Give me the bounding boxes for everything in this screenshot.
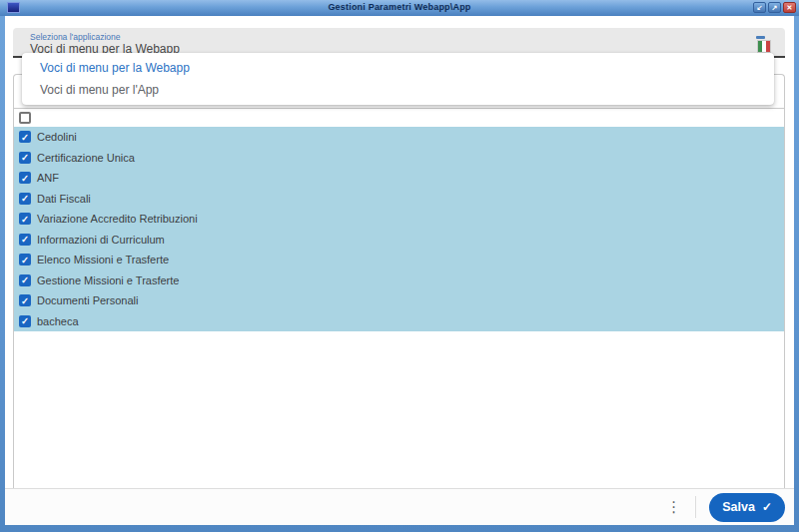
menu-item-checkbox[interactable] bbox=[19, 172, 31, 184]
menu-item-checkbox[interactable] bbox=[19, 193, 31, 205]
titlebar[interactable]: Gestioni Parametri Webapp\App ↙ ↗ ✕ bbox=[0, 0, 799, 16]
menu-item-checkbox[interactable] bbox=[19, 315, 31, 327]
select-all-checkbox[interactable] bbox=[19, 112, 31, 124]
menu-item-label: Gestione Missioni e Trasferte bbox=[37, 274, 179, 286]
select-all-row bbox=[14, 109, 784, 127]
menu-item-label: Variazione Accredito Retribuzioni bbox=[37, 213, 198, 225]
flag-stripes bbox=[758, 41, 770, 52]
menu-item-label: Documenti Personali bbox=[37, 294, 139, 306]
menu-item-checkbox[interactable] bbox=[19, 254, 31, 266]
menu-item-row[interactable]: Dati Fiscali bbox=[14, 189, 784, 210]
menu-item-checkbox[interactable] bbox=[19, 294, 31, 306]
menu-item-label: ANF bbox=[37, 172, 59, 184]
menu-item-row[interactable]: Variazione Accredito Retribuzioni bbox=[14, 209, 784, 230]
footer-divider bbox=[695, 496, 696, 518]
close-button[interactable]: ✕ bbox=[783, 2, 796, 13]
menu-item-row[interactable]: Elenco Missioni e Trasferte bbox=[14, 250, 784, 270]
menu-items-panel: Cedolini Certificazione Unica ANF bbox=[13, 74, 785, 488]
menu-item-label: Certificazione Unica bbox=[37, 152, 135, 164]
app-window: Gestioni Parametri Webapp\App ↙ ↗ ✕ Sele… bbox=[0, 0, 799, 532]
menu-item-row[interactable]: ANF bbox=[14, 168, 784, 189]
menu-items-table: Cedolini Certificazione Unica ANF bbox=[14, 108, 784, 331]
menu-item-row[interactable]: Documenti Personali bbox=[14, 290, 784, 311]
restore-button[interactable]: ↙ bbox=[753, 2, 766, 13]
menu-item-list: Cedolini Certificazione Unica ANF bbox=[14, 127, 784, 331]
menu-item-row[interactable]: Cedolini bbox=[14, 127, 784, 148]
menu-item-label: Cedolini bbox=[37, 131, 77, 143]
flag-pole bbox=[756, 36, 765, 39]
save-button[interactable]: Salva ✓ bbox=[709, 493, 785, 522]
menu-item-label: Elenco Missioni e Trasferte bbox=[37, 254, 169, 266]
menu-item-label: Dati Fiscali bbox=[37, 193, 91, 205]
save-button-label: Salva bbox=[722, 500, 755, 514]
menu-item-checkbox[interactable] bbox=[19, 131, 31, 143]
application-select-dropdown: Voci di menu per la Webapp Voci di menu … bbox=[22, 53, 774, 105]
menu-item-row[interactable]: Certificazione Unica bbox=[14, 148, 784, 169]
kebab-menu-icon[interactable]: ⋮ bbox=[652, 498, 695, 516]
menu-item-label: Informazioni di Curriculum bbox=[37, 234, 165, 246]
footer-toolbar: ⋮ Salva ✓ bbox=[5, 488, 794, 525]
menu-item-checkbox[interactable] bbox=[19, 152, 31, 164]
window-title: Gestioni Parametri Webapp\App bbox=[0, 0, 799, 15]
menu-item-checkbox[interactable] bbox=[19, 274, 31, 286]
dropdown-option[interactable]: Voci di menu per l'App bbox=[22, 79, 774, 101]
window-content: Seleziona l'applicazione Voci di menu pe… bbox=[5, 16, 794, 525]
menu-item-checkbox[interactable] bbox=[19, 234, 31, 246]
menu-item-checkbox[interactable] bbox=[19, 213, 31, 225]
menu-item-row[interactable]: Gestione Missioni e Trasferte bbox=[14, 270, 784, 291]
menu-item-label: bacheca bbox=[37, 315, 79, 327]
maximize-button[interactable]: ↗ bbox=[768, 2, 781, 13]
window-controls: ↙ ↗ ✕ bbox=[753, 2, 796, 13]
dropdown-option[interactable]: Voci di menu per la Webapp bbox=[22, 57, 774, 79]
check-icon: ✓ bbox=[762, 500, 772, 514]
application-select-label: Seleziona l'applicazione bbox=[30, 32, 120, 42]
italian-flag-icon[interactable] bbox=[756, 36, 772, 53]
menu-item-row[interactable]: bacheca bbox=[14, 311, 784, 332]
menu-item-row[interactable]: Informazioni di Curriculum bbox=[14, 230, 784, 251]
